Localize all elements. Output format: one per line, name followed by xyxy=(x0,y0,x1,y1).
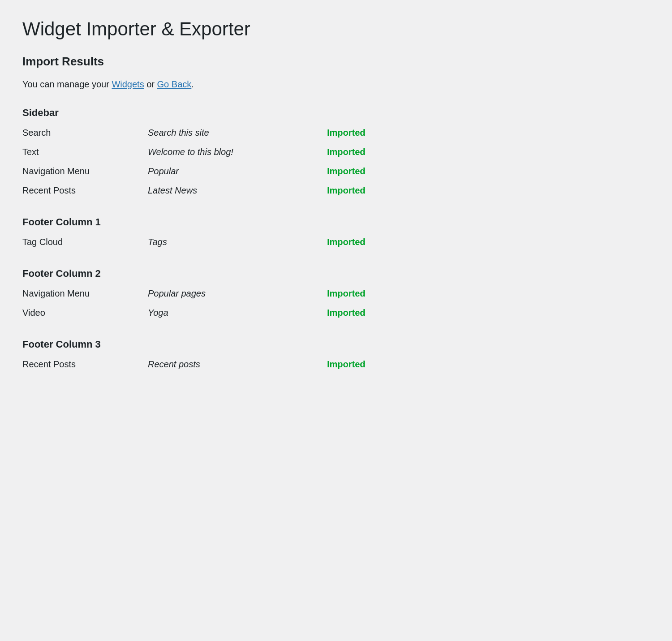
table-row: Tag CloudTagsImported xyxy=(22,232,650,252)
table-row: TextWelcome to this blog!Imported xyxy=(22,142,650,162)
widget-name: Recent Posts xyxy=(22,355,148,374)
page-title: Widget Importer & Exporter xyxy=(22,18,650,40)
widget-description: Latest News xyxy=(148,181,327,200)
widget-description: Recent posts xyxy=(148,355,327,374)
table-row: Recent PostsRecent postsImported xyxy=(22,355,650,374)
description-text: You can manage your Widgets or Go Back. xyxy=(22,77,650,91)
widget-name: Recent Posts xyxy=(22,181,148,200)
section-title-footer-column-1: Footer Column 1 xyxy=(22,216,650,228)
widget-status: Imported xyxy=(327,284,650,303)
description-middle: or xyxy=(144,79,157,89)
widget-status: Imported xyxy=(327,162,650,181)
widget-status: Imported xyxy=(327,232,650,252)
widget-name: Text xyxy=(22,142,148,162)
widget-name: Tag Cloud xyxy=(22,232,148,252)
go-back-link[interactable]: Go Back xyxy=(157,79,192,89)
table-row: SearchSearch this siteImported xyxy=(22,123,650,142)
widget-description: Yoga xyxy=(148,303,327,323)
widget-table-footer-column-2: Navigation MenuPopular pagesImportedVide… xyxy=(22,284,650,323)
widget-table-footer-column-3: Recent PostsRecent postsImported xyxy=(22,355,650,374)
widget-status: Imported xyxy=(327,181,650,200)
section-title-footer-column-2: Footer Column 2 xyxy=(22,268,650,280)
widget-table-footer-column-1: Tag CloudTagsImported xyxy=(22,232,650,252)
widget-table-sidebar: SearchSearch this siteImportedTextWelcom… xyxy=(22,123,650,200)
description-prefix: You can manage your xyxy=(22,79,112,89)
widget-status: Imported xyxy=(327,355,650,374)
results-heading: Import Results xyxy=(22,55,650,69)
section-footer-column-1: Footer Column 1Tag CloudTagsImported xyxy=(22,216,650,252)
table-row: Navigation MenuPopularImported xyxy=(22,162,650,181)
widget-description: Welcome to this blog! xyxy=(148,142,327,162)
widget-description: Popular pages xyxy=(148,284,327,303)
table-row: Navigation MenuPopular pagesImported xyxy=(22,284,650,303)
table-row: VideoYogaImported xyxy=(22,303,650,323)
widget-description: Tags xyxy=(148,232,327,252)
section-sidebar: SidebarSearchSearch this siteImportedTex… xyxy=(22,107,650,200)
section-title-sidebar: Sidebar xyxy=(22,107,650,119)
widget-description: Search this site xyxy=(148,123,327,142)
widget-status: Imported xyxy=(327,123,650,142)
widget-name: Video xyxy=(22,303,148,323)
widget-name: Search xyxy=(22,123,148,142)
table-row: Recent PostsLatest NewsImported xyxy=(22,181,650,200)
description-suffix: . xyxy=(191,79,194,89)
section-footer-column-2: Footer Column 2Navigation MenuPopular pa… xyxy=(22,268,650,323)
widget-status: Imported xyxy=(327,303,650,323)
widget-name: Navigation Menu xyxy=(22,162,148,181)
section-footer-column-3: Footer Column 3Recent PostsRecent postsI… xyxy=(22,339,650,374)
widgets-link[interactable]: Widgets xyxy=(112,79,144,89)
widget-name: Navigation Menu xyxy=(22,284,148,303)
section-title-footer-column-3: Footer Column 3 xyxy=(22,339,650,350)
widget-status: Imported xyxy=(327,142,650,162)
sections-container: SidebarSearchSearch this siteImportedTex… xyxy=(22,107,650,374)
widget-description: Popular xyxy=(148,162,327,181)
